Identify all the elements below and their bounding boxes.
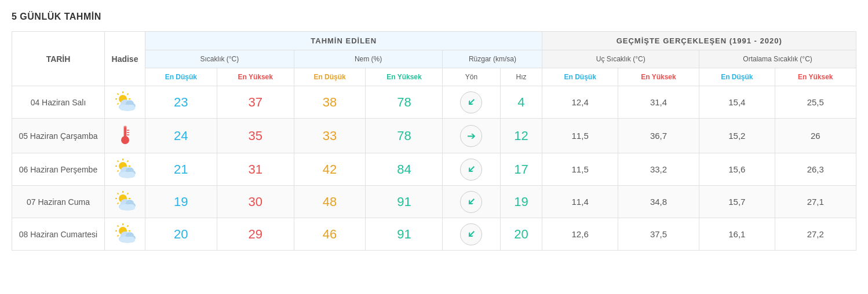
cell-yon: ➔ xyxy=(443,186,500,218)
cell-nem-max: 84 xyxy=(366,153,443,186)
cell-uc-max: 37,5 xyxy=(618,218,699,251)
cell-hadise xyxy=(105,153,145,186)
svg-line-31 xyxy=(127,161,128,162)
svg-line-46 xyxy=(117,203,118,204)
col-hadise: Hadise xyxy=(105,32,145,86)
svg-rect-54 xyxy=(120,204,135,210)
cell-nem-max: 91 xyxy=(366,186,443,218)
weather-table: TARİH Hadise TAHMİN EDİLEN GEÇMİŞTE GERÇ… xyxy=(12,31,856,251)
svg-line-63 xyxy=(127,226,128,227)
cell-ort-max: 27,1 xyxy=(775,186,856,218)
svg-point-18 xyxy=(121,136,129,144)
cell-hiz: 19 xyxy=(500,186,542,218)
cell-sicaklik-min: 19 xyxy=(145,186,217,218)
col-nem: Nem (%) xyxy=(294,50,443,68)
table-row: 04 Haziran Salı 23 37 38 78 ➔ 4 12,4 31,… xyxy=(12,86,856,119)
cell-nem-min: 38 xyxy=(294,86,366,119)
sicaklik-min-header: En Düşük xyxy=(145,68,217,86)
nem-max-header: En Yüksek xyxy=(366,68,443,86)
cell-uc-min: 12,4 xyxy=(542,86,618,119)
cell-yon: ➔ xyxy=(443,86,500,119)
cell-sicaklik-min: 24 xyxy=(145,119,217,153)
uc-min-header: En Düşük xyxy=(542,68,618,86)
cell-date: 08 Haziran Cumartesi xyxy=(12,218,105,251)
cell-uc-min: 11,5 xyxy=(542,153,618,186)
ort-min-header: En Düşük xyxy=(699,68,775,86)
svg-rect-19 xyxy=(124,127,126,137)
table-row: 07 Haziran Cuma 19 30 48 91 ➔ 19 11,4 34… xyxy=(12,186,856,218)
cell-hiz: 4 xyxy=(500,86,542,119)
cell-nem-min: 48 xyxy=(294,186,366,218)
svg-rect-15 xyxy=(120,105,135,111)
col-uc-sicaklik: Uç Sıcaklık (°C) xyxy=(542,50,699,68)
cell-sicaklik-max: 31 xyxy=(217,153,294,186)
svg-line-8 xyxy=(127,94,128,95)
col-ort-sicaklik: Ortalama Sıcaklık (°C) xyxy=(699,50,856,68)
cell-hadise xyxy=(105,119,145,153)
svg-line-60 xyxy=(117,226,118,227)
svg-line-7 xyxy=(117,103,118,104)
cell-ort-min: 15,2 xyxy=(699,119,775,153)
ort-max-header: En Yüksek xyxy=(775,68,856,86)
cell-sicaklik-min: 21 xyxy=(145,153,217,186)
table-row: 08 Haziran Cumartesi 20 29 46 91 ➔ 20 12… xyxy=(12,218,856,251)
svg-rect-70 xyxy=(120,237,135,242)
cell-hiz: 20 xyxy=(500,218,542,251)
svg-line-44 xyxy=(117,193,118,194)
uc-max-header: En Yüksek xyxy=(618,68,699,86)
col-sicaklik: Sıcaklık (°C) xyxy=(145,50,294,68)
cell-ort-max: 25,5 xyxy=(775,86,856,119)
table-row: 06 Haziran Perşembe 21 31 42 84 ➔ 17 11,… xyxy=(12,153,856,186)
svg-rect-38 xyxy=(120,172,135,178)
cell-sicaklik-max: 37 xyxy=(217,86,294,119)
cell-sicaklik-min: 20 xyxy=(145,218,217,251)
cell-ort-max: 26 xyxy=(775,119,856,153)
cell-nem-min: 33 xyxy=(294,119,366,153)
cell-uc-min: 11,5 xyxy=(542,119,618,153)
svg-line-28 xyxy=(117,161,118,162)
cell-sicaklik-min: 23 xyxy=(145,86,217,119)
header-tahmin: TAHMİN EDİLEN xyxy=(145,32,542,50)
table-row: 05 Haziran Çarşamba 24 35 33 78 ➔ 12 11,… xyxy=(12,119,856,153)
cell-uc-max: 33,2 xyxy=(618,153,699,186)
cell-ort-min: 15,4 xyxy=(699,86,775,119)
cell-hiz: 12 xyxy=(500,119,542,153)
cell-sicaklik-max: 30 xyxy=(217,186,294,218)
svg-line-5 xyxy=(117,94,118,95)
cell-ort-min: 16,1 xyxy=(699,218,775,251)
cell-yon: ➔ xyxy=(443,119,500,153)
hiz-header: Hız xyxy=(500,68,542,86)
sicaklik-max-header: En Yüksek xyxy=(217,68,294,86)
cell-uc-min: 11,4 xyxy=(542,186,618,218)
cell-date: 05 Haziran Çarşamba xyxy=(12,119,105,153)
cell-nem-max: 78 xyxy=(366,86,443,119)
cell-date: 07 Haziran Cuma xyxy=(12,186,105,218)
cell-uc-max: 34,8 xyxy=(618,186,699,218)
cell-nem-min: 42 xyxy=(294,153,366,186)
col-ruzgar: Rüzgar (km/sa) xyxy=(443,50,542,68)
cell-nem-max: 91 xyxy=(366,218,443,251)
cell-sicaklik-max: 35 xyxy=(217,119,294,153)
cell-date: 04 Haziran Salı xyxy=(12,86,105,119)
yon-header: Yön xyxy=(443,68,500,86)
cell-ort-min: 15,6 xyxy=(699,153,775,186)
nem-min-header: En Düşük xyxy=(294,68,366,86)
svg-line-47 xyxy=(127,193,128,194)
svg-line-62 xyxy=(117,235,118,236)
cell-date: 06 Haziran Perşembe xyxy=(12,153,105,186)
col-tarih: TARİH xyxy=(12,32,105,86)
svg-line-30 xyxy=(117,170,118,171)
cell-ort-max: 26,3 xyxy=(775,153,856,186)
cell-ort-max: 27,2 xyxy=(775,218,856,251)
cell-hadise xyxy=(105,86,145,119)
cell-nem-max: 78 xyxy=(366,119,443,153)
cell-uc-max: 31,4 xyxy=(618,86,699,119)
cell-hadise xyxy=(105,218,145,251)
cell-ort-min: 15,7 xyxy=(699,186,775,218)
cell-uc-min: 12,6 xyxy=(542,218,618,251)
page-title: 5 GÜNLÜK TAHMİN xyxy=(12,12,856,22)
cell-nem-min: 46 xyxy=(294,218,366,251)
header-gecmis: GEÇMİŞTE GERÇEKLEŞEN (1991 - 2020) xyxy=(542,32,856,50)
cell-uc-max: 36,7 xyxy=(618,119,699,153)
cell-sicaklik-max: 29 xyxy=(217,218,294,251)
